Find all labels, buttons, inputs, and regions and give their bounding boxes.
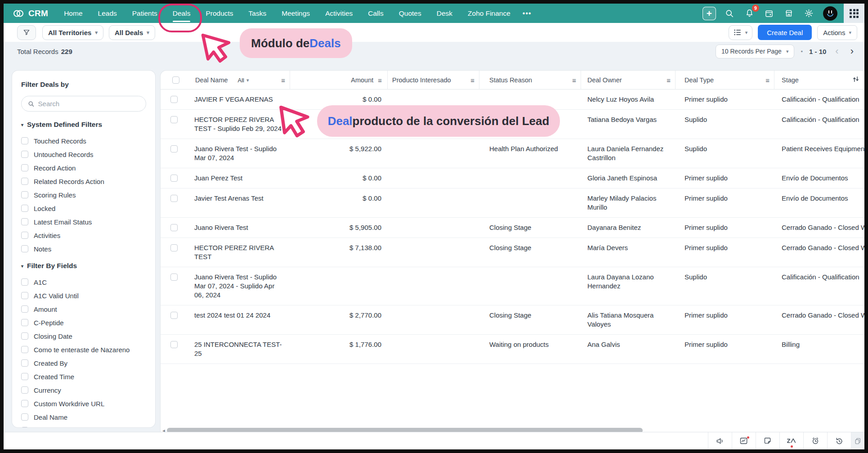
apps-grid-button[interactable] <box>844 4 864 23</box>
row-checkbox[interactable] <box>170 116 178 123</box>
row-checkbox[interactable] <box>170 195 178 202</box>
select-all-checkbox[interactable] <box>172 76 179 84</box>
filter-checkbox-item[interactable]: Touched Records <box>21 134 146 148</box>
view-filter-dropdown[interactable]: All Deals ▾ <box>109 25 155 40</box>
checkbox[interactable] <box>21 305 28 313</box>
cell-deal-name[interactable]: Juano Rivera Test <box>194 223 290 232</box>
column-header-stage[interactable]: Stage <box>774 71 864 90</box>
nav-module-tab[interactable]: Desk <box>429 4 460 23</box>
column-settings-icon[interactable] <box>852 75 860 85</box>
filter-checkbox-item[interactable]: Como te enteraste de Nazareno <box>21 343 146 356</box>
crm-brand[interactable]: CRM <box>4 9 56 18</box>
filter-checkbox-item[interactable]: Created Time <box>21 370 146 383</box>
row-checkbox[interactable] <box>170 224 178 231</box>
marketplace-icon[interactable] <box>781 5 797 22</box>
checkbox[interactable] <box>21 427 28 427</box>
checkbox[interactable] <box>21 292 28 299</box>
settings-gear-icon[interactable] <box>801 5 817 22</box>
row-checkbox[interactable] <box>170 145 178 152</box>
previous-page-button[interactable]: ‹ <box>832 46 841 56</box>
search-input[interactable] <box>38 100 139 108</box>
zia-assistant-icon[interactable] <box>779 432 803 449</box>
column-menu-icon[interactable]: ≡ <box>281 76 285 84</box>
filter-checkbox-item[interactable]: Notes <box>21 242 146 256</box>
checkbox[interactable] <box>21 232 28 239</box>
filter-checkbox-item[interactable]: Created By <box>21 356 146 370</box>
cell-deal-name[interactable]: HECTOR PEREZ RIVERA TEST - Suplido Feb 2… <box>194 115 290 133</box>
column-menu-icon[interactable]: ≡ <box>470 76 474 84</box>
column-header-deal-type[interactable]: Deal Type ≡ <box>676 71 774 90</box>
search-icon[interactable] <box>721 5 738 22</box>
deal-name-scope-dropdown[interactable]: All ▾ <box>238 77 249 84</box>
row-checkbox[interactable] <box>170 96 178 103</box>
cell-deal-name[interactable]: Juano Rivera Test - Suplido Mar 07, 2024… <box>194 273 290 300</box>
row-checkbox[interactable] <box>170 341 178 348</box>
checkbox[interactable] <box>21 332 28 340</box>
nav-module-tab[interactable]: Calls <box>360 4 391 23</box>
nav-module-tab[interactable]: Tasks <box>241 4 274 23</box>
checkbox[interactable] <box>21 218 28 225</box>
filter-funnel-button[interactable] <box>17 25 36 40</box>
table-row[interactable]: Javier Test Arenas Test $ 0.00 Marley Mi… <box>161 188 864 218</box>
quick-create-button[interactable]: + <box>702 7 716 20</box>
filter-checkbox-item[interactable]: Currency <box>21 383 146 397</box>
filter-checkbox-item[interactable]: A1C Valid Until <box>21 289 146 302</box>
checkbox[interactable] <box>21 319 28 326</box>
table-row[interactable]: 25 INTERCONNECTA TEST- 25 $ 1,776.00 Wai… <box>161 335 864 364</box>
section-filter-by-fields[interactable]: ▾ Filter By Fields <box>21 262 146 270</box>
filter-checkbox-item[interactable]: A1C <box>21 275 146 289</box>
checkbox[interactable] <box>21 278 28 286</box>
cell-deal-name[interactable]: test 2024 test 01 24 2024 <box>194 311 290 320</box>
row-checkbox[interactable] <box>170 312 178 319</box>
filter-checkbox-item[interactable]: Record Action <box>21 161 146 175</box>
recent-history-icon[interactable] <box>827 432 851 449</box>
nav-module-tab[interactable]: Activities <box>318 4 360 23</box>
nav-module-tab[interactable]: Leads <box>90 4 125 23</box>
actions-dropdown[interactable]: Actions ▾ <box>817 25 857 40</box>
cell-deal-name[interactable]: Juano Rivera Test - Suplido Mar 07, 2024 <box>194 144 290 162</box>
checkbox[interactable] <box>21 137 28 144</box>
table-row[interactable]: Juan Perez Test $ 0.00 Gloria Janeth Esp… <box>161 168 864 188</box>
filter-checkbox-item[interactable]: Deal Owner <box>21 424 146 427</box>
column-header-deal-owner[interactable]: Deal Owner ≡ <box>581 71 676 90</box>
column-menu-icon[interactable]: ≡ <box>572 76 576 84</box>
records-per-page-dropdown[interactable]: 10 Records Per Page ▾ <box>716 45 794 58</box>
column-menu-icon[interactable]: ≡ <box>378 76 382 84</box>
list-view-selector[interactable]: ▾ <box>729 25 753 40</box>
column-header-amount[interactable]: Amount ≡ <box>290 71 388 90</box>
announcements-megaphone-icon[interactable] <box>708 432 732 449</box>
filter-checkbox-item[interactable]: C-Peptide <box>21 316 146 329</box>
sidebar-search[interactable] <box>21 96 146 112</box>
cell-deal-name[interactable]: HECTOR PEREZ RIVERA TEST <box>194 243 290 261</box>
more-modules-icon[interactable]: ••• <box>518 9 536 18</box>
filter-checkbox-item[interactable]: Scoring Rules <box>21 188 146 202</box>
checkbox[interactable] <box>21 400 28 407</box>
analytics-icon[interactable] <box>732 432 756 449</box>
checkbox[interactable] <box>21 386 28 394</box>
nav-module-tab[interactable]: Products <box>198 4 241 23</box>
filter-checkbox-item[interactable]: Activities <box>21 229 146 242</box>
checkbox[interactable] <box>21 413 28 421</box>
cell-deal-name[interactable]: Juan Perez Test <box>194 174 290 183</box>
column-header-producto[interactable]: Producto Interesado ≡ <box>388 71 479 90</box>
filter-checkbox-item[interactable]: Deal Name <box>21 410 146 424</box>
checkbox[interactable] <box>21 346 28 353</box>
filter-checkbox-item[interactable]: Custom Workdrive URL <box>21 397 146 410</box>
filter-checkbox-item[interactable]: Locked <box>21 202 146 215</box>
table-row[interactable]: Juano Rivera Test $ 5,905.00 Closing Sta… <box>161 218 864 238</box>
row-checkbox[interactable] <box>170 244 178 251</box>
nav-module-tab[interactable]: Meetings <box>274 4 318 23</box>
filter-checkbox-item[interactable]: Closing Date <box>21 329 146 343</box>
checkbox[interactable] <box>21 245 28 252</box>
copy-stack-icon[interactable] <box>851 432 864 449</box>
notes-icon[interactable] <box>756 432 779 449</box>
column-header-deal-name[interactable]: Deal Name All ▾ ≡ <box>194 71 290 90</box>
notifications-bell-icon[interactable]: 9 <box>741 5 757 22</box>
filter-checkbox-item[interactable]: Untouched Records <box>21 148 146 161</box>
cell-deal-name[interactable]: 25 INTERCONNECTA TEST- 25 <box>194 340 290 358</box>
checkbox[interactable] <box>21 205 28 212</box>
create-deal-button[interactable]: Create Deal <box>758 25 812 40</box>
column-header-status-reason[interactable]: Status Reason ≡ <box>479 71 581 90</box>
row-checkbox[interactable] <box>170 274 178 281</box>
table-row[interactable]: test 2024 test 01 24 2024 $ 2,770.00 Clo… <box>161 305 864 335</box>
